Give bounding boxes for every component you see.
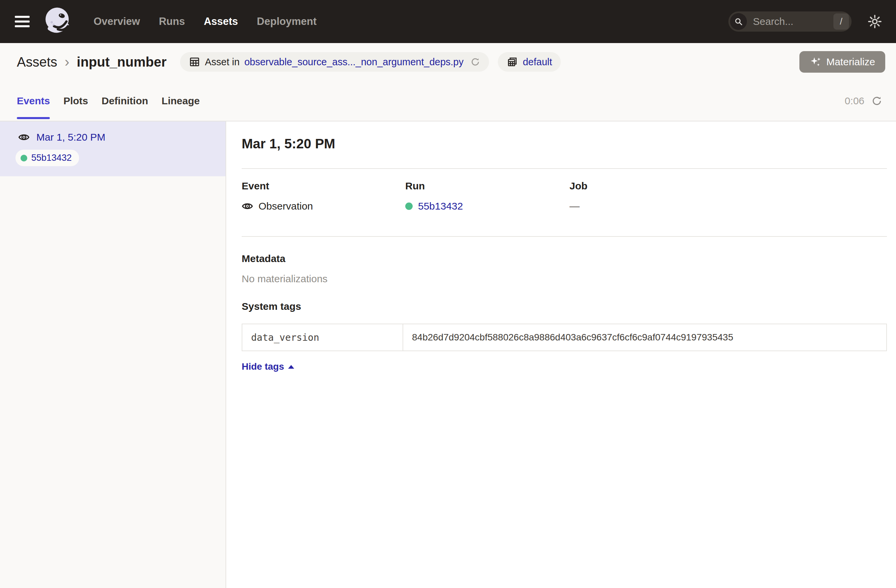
event-column-label: Event [242,180,405,192]
content-area: Mar 1, 5:20 PM 55b13432 Mar 1, 5:20 PM E… [0,122,896,588]
run-status-dot [405,202,413,210]
metadata-heading: Metadata [242,253,887,264]
event-title: Mar 1, 5:20 PM [242,136,887,151]
nav-item-runs[interactable]: Runs [159,15,185,27]
repo-link[interactable]: default [523,56,552,68]
breadcrumb-separator: › [65,54,69,70]
active-tab-underline [17,117,50,119]
search-placeholder: Search... [753,16,834,27]
asset-file-link[interactable]: observable_source_ass..._non_argument_de… [244,56,463,68]
tab-plots-label: Plots [63,95,88,106]
event-date-link[interactable]: Mar 1, 5:20 PM [37,132,105,143]
sparkles-icon [809,56,821,68]
observation-eye-icon [242,201,253,212]
divider [242,168,887,169]
hide-tags-link[interactable]: Hide tags [242,361,294,372]
tag-value-cell: 84b26d7d9204cbf588026c8a9886d403a6c9637c… [403,324,887,351]
nav-item-overview[interactable]: Overview [94,15,140,27]
hamburger-icon [15,25,30,27]
event-summary-columns: Event Run Job Observation 55b13432 — [242,180,887,212]
table-icon [189,56,200,68]
nav-item-deployment[interactable]: Deployment [257,15,316,27]
run-column-label: Run [405,180,570,192]
divider [242,236,887,237]
hamburger-icon [15,16,30,18]
refresh-timer-area: 0:06 [845,95,882,106]
repo-badge[interactable]: default [498,52,561,71]
run-status-dot [21,155,27,161]
tab-events-label: Events [17,95,50,106]
tab-definition-label: Definition [102,95,148,106]
event-list-sidebar: Mar 1, 5:20 PM 55b13432 [0,122,226,588]
system-tags-heading: System tags [242,301,887,312]
nav-item-assets[interactable]: Assets [204,15,238,27]
asset-tabs-row: Events Plots Definition Lineage 0:06 [0,81,896,122]
search-shortcut-badge: / [834,14,849,30]
system-tags-table: data_version 84b26d7d9204cbf588026c8a988… [242,324,887,351]
search-icon [734,17,743,26]
dagster-octopus-icon [43,6,73,37]
run-value: 55b13432 [405,201,570,212]
tab-lineage-label: Lineage [162,95,200,106]
tab-definition[interactable]: Definition [102,81,148,121]
materialize-button[interactable]: Materialize [799,51,885,73]
run-id-label: 55b13432 [31,153,72,163]
refresh-button[interactable] [871,95,882,106]
event-detail-panel: Mar 1, 5:20 PM Event Run Job Observation… [226,122,896,588]
page-title-asset-name: input_number [77,55,167,70]
settings-button[interactable] [867,14,882,29]
reload-definition-button[interactable] [470,57,480,67]
refresh-countdown: 0:06 [845,95,864,106]
hamburger-icon [15,21,30,23]
breadcrumb-row: Assets › input_number Asset in observabl… [0,43,896,81]
refresh-icon [470,57,480,67]
top-nav: Overview Runs Assets Deployment Search..… [0,0,896,43]
event-list-item[interactable]: Mar 1, 5:20 PM 55b13432 [0,122,226,176]
tag-key-cell: data_version [242,324,403,351]
tab-events[interactable]: Events [17,81,50,121]
metadata-empty-text: No materializations [242,273,887,284]
event-type-label: Observation [259,201,313,212]
search-input[interactable]: Search... / [728,11,852,32]
dagster-logo[interactable] [43,6,73,37]
tab-plots[interactable]: Plots [63,81,88,121]
caret-up-icon [288,365,294,369]
search-icon-circle [730,13,747,30]
hamburger-menu-button[interactable] [15,16,34,27]
workspace-icon [507,56,518,68]
run-link[interactable]: 55b13432 [418,201,463,212]
refresh-icon [871,95,882,106]
event-type-value: Observation [242,201,405,212]
run-badge[interactable]: 55b13432 [15,150,79,166]
breadcrumb-assets-link[interactable]: Assets [17,55,57,70]
table-row: data_version 84b26d7d9204cbf588026c8a988… [242,324,887,351]
primary-nav: Overview Runs Assets Deployment [94,15,316,27]
job-value: — [570,201,887,212]
job-column-label: Job [570,180,887,192]
gear-icon [867,14,882,29]
materialize-label: Materialize [826,56,875,68]
tab-lineage[interactable]: Lineage [162,81,200,121]
observation-eye-icon [18,132,30,143]
asset-definition-badge: Asset in observable_source_ass..._non_ar… [180,52,489,71]
hide-tags-label: Hide tags [242,361,284,372]
asset-in-text: Asset in [205,56,240,68]
